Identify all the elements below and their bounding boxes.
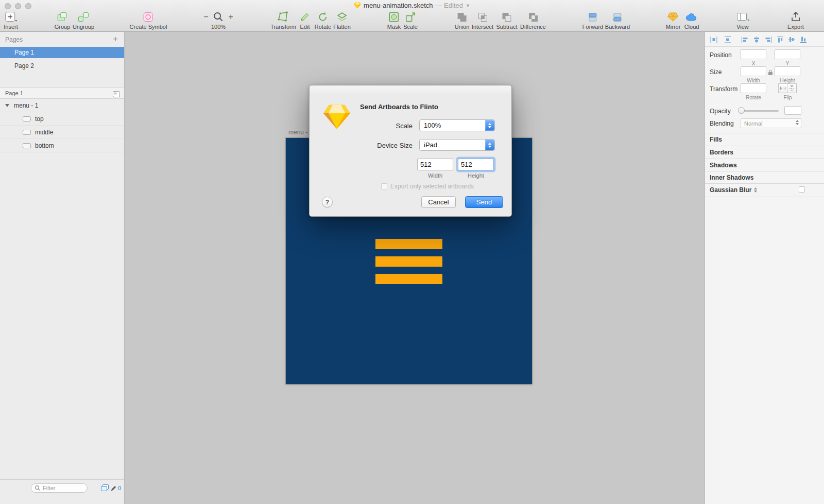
disclosure-triangle-icon[interactable] xyxy=(5,104,9,107)
scale-label: Scale xyxy=(356,122,413,130)
toolbar-union-button[interactable]: Union xyxy=(455,10,470,30)
width-axis-label: Width xyxy=(741,78,766,83)
height-field-label: Height xyxy=(458,172,494,179)
opacity-slider-knob[interactable] xyxy=(738,107,745,114)
magnifier-icon[interactable] xyxy=(213,11,224,22)
align-right-icon[interactable] xyxy=(764,36,772,44)
add-page-button[interactable]: + xyxy=(111,34,120,44)
difference-icon xyxy=(527,11,539,23)
layer-row-bottom[interactable]: bottom xyxy=(0,140,124,152)
filter-field[interactable] xyxy=(31,483,88,493)
layer-list-sidebar: Pages + Page 1 Page 2 Page 1 menu - 1 to… xyxy=(0,32,125,504)
cancel-button[interactable]: Cancel xyxy=(421,196,456,208)
edit-count-badge[interactable]: 0 xyxy=(111,485,121,491)
position-y-input[interactable] xyxy=(775,49,800,59)
toolbar-rotate-button[interactable]: Rotate xyxy=(315,10,331,30)
rotate-input[interactable] xyxy=(741,83,766,93)
lock-aspect-icon[interactable] xyxy=(768,68,773,78)
document-proxy-icon xyxy=(354,2,361,9)
height-input[interactable] xyxy=(458,159,494,170)
opacity-slider[interactable] xyxy=(741,110,779,112)
menu-bar-bottom[interactable] xyxy=(375,274,442,284)
flip-axis-label: Flip xyxy=(778,95,797,100)
width-input[interactable] xyxy=(417,159,453,170)
toolbar-transform-button[interactable]: Transform xyxy=(270,10,296,30)
toolbar-mirror-button[interactable]: Mirror xyxy=(666,10,681,30)
toolbar-edit-button[interactable]: Edit xyxy=(299,10,311,30)
menu-bar-middle[interactable] xyxy=(375,256,442,267)
toolbar-forward-button[interactable]: Forward xyxy=(582,10,603,30)
transform-icon xyxy=(277,11,289,23)
flip-horizontal-button[interactable] xyxy=(778,83,787,93)
size-height-input[interactable] xyxy=(775,66,800,76)
size-width-input[interactable] xyxy=(741,66,766,76)
align-top-icon[interactable] xyxy=(776,36,784,44)
layer-row-top[interactable]: top xyxy=(0,113,124,126)
scale-dropdown[interactable]: 100% xyxy=(419,119,495,131)
align-left-icon[interactable] xyxy=(741,36,749,44)
artboard-list-icon[interactable] xyxy=(113,90,120,99)
distribute-horizontally-icon[interactable] xyxy=(710,36,718,44)
transform-label: Transform xyxy=(710,85,737,93)
union-icon xyxy=(456,11,468,23)
page-item-page2[interactable]: Page 2 xyxy=(0,60,124,72)
toolbar-scale-button[interactable]: Scale xyxy=(403,10,418,30)
section-shadows[interactable]: Shadows xyxy=(710,162,737,169)
sidebar-footer: 0 xyxy=(0,479,124,504)
toolbar-label: Flatten xyxy=(333,24,351,30)
section-inner-shadows[interactable]: Inner Shadows xyxy=(710,174,753,181)
rect-layer-icon xyxy=(23,116,31,121)
export-selected-option[interactable]: Export only selected artboards xyxy=(381,183,474,190)
help-button[interactable]: ? xyxy=(322,197,333,207)
flip-vertical-button[interactable] xyxy=(787,83,797,93)
device-size-dropdown[interactable]: iPad xyxy=(419,139,495,151)
toolbar-subtract-button[interactable]: Subtract xyxy=(496,10,518,30)
position-x-input[interactable] xyxy=(741,49,766,59)
artboard-layer-name: menu - 1 xyxy=(14,102,38,109)
send-button[interactable]: Send xyxy=(465,196,503,208)
toolbar-insert-button[interactable]: Insert xyxy=(4,10,18,30)
zoom-out-button[interactable]: − xyxy=(203,13,208,21)
toolbar-flatten-button[interactable]: Flatten xyxy=(333,10,351,30)
layer-name: top xyxy=(35,115,44,123)
section-fills[interactable]: Fills xyxy=(710,136,722,143)
toolbar-create-symbol-button[interactable]: Create Symbol xyxy=(130,10,167,30)
distribute-vertically-icon[interactable] xyxy=(724,36,732,44)
window-chrome: menu-animation.sketch — Edited ▼ Insert … xyxy=(0,0,824,32)
toolbar-ungroup-button[interactable]: Ungroup xyxy=(73,10,94,30)
menu-bar-top[interactable] xyxy=(375,239,442,249)
toolbar-mask-button[interactable]: Mask xyxy=(387,10,401,30)
toolbar-cloud-button[interactable]: Cloud xyxy=(684,10,699,30)
checkbox-icon[interactable] xyxy=(381,183,387,189)
toolbar-label: Rotate xyxy=(315,24,331,30)
layer-row-artboard[interactable]: menu - 1 xyxy=(0,99,124,112)
opacity-input[interactable] xyxy=(784,106,801,115)
filter-input[interactable] xyxy=(43,485,83,491)
dialog-title: Send Artboards to Flinto xyxy=(360,103,438,111)
zoom-level: 100% xyxy=(211,24,226,30)
align-bottom-icon[interactable] xyxy=(799,36,808,44)
toolbar-backward-button[interactable]: Backward xyxy=(605,10,630,30)
section-borders[interactable]: Borders xyxy=(710,149,733,156)
layer-name: bottom xyxy=(35,142,54,149)
section-gaussian-blur[interactable]: Gaussian Blur xyxy=(710,186,757,194)
title-chevron-icon[interactable]: ▼ xyxy=(466,3,470,8)
toolbar-difference-button[interactable]: Difference xyxy=(520,10,546,30)
toolbar-label: Insert xyxy=(4,24,18,30)
gaussian-blur-checkbox[interactable] xyxy=(799,186,805,193)
layer-row-middle[interactable]: middle xyxy=(0,126,124,139)
toolbar-group-button[interactable]: Group xyxy=(55,10,71,30)
toolbar-label: Ungroup xyxy=(73,24,94,30)
x-axis-label: X xyxy=(741,61,766,66)
duplicate-pages-icon[interactable] xyxy=(101,484,109,491)
align-center-horizontal-icon[interactable] xyxy=(752,36,761,44)
page-item-page1[interactable]: Page 1 xyxy=(0,47,124,58)
toolbar-view-button[interactable]: View xyxy=(736,10,749,30)
align-middle-vertical-icon[interactable] xyxy=(787,36,796,44)
blending-dropdown[interactable]: Normal xyxy=(741,118,801,128)
rect-layer-icon xyxy=(23,143,31,148)
toolbar-export-button[interactable]: Export xyxy=(787,10,804,30)
zoom-in-button[interactable]: + xyxy=(229,13,233,21)
cloud-icon xyxy=(685,11,698,23)
toolbar-intersect-button[interactable]: Intersect xyxy=(472,10,493,30)
